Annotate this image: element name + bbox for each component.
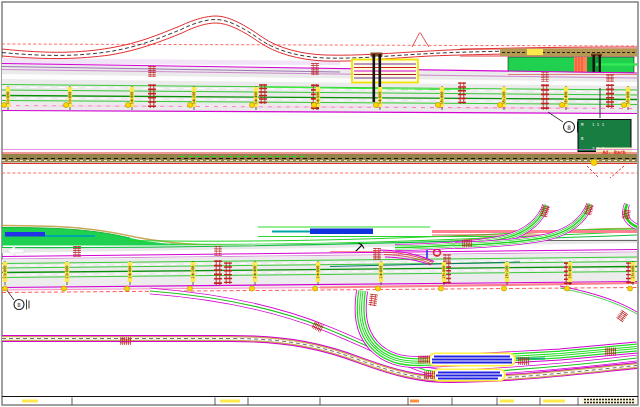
station-label: 34+200 xyxy=(192,92,196,105)
station-dot xyxy=(312,286,317,291)
station-dot xyxy=(125,102,130,107)
station-dot xyxy=(2,286,7,291)
station-dot xyxy=(311,102,316,107)
station-label: 25+600 xyxy=(631,266,635,279)
station-dot xyxy=(249,286,254,291)
station: 23+600 xyxy=(2,261,7,291)
station-label: 35+400 xyxy=(564,92,568,105)
bridge-hatch-lower xyxy=(432,369,506,382)
station-label: 34+800 xyxy=(378,92,382,105)
station-label: 24+000 xyxy=(128,266,132,279)
station-dot xyxy=(564,286,569,291)
station-label: 25+200 xyxy=(505,266,509,279)
callout-number: 8 xyxy=(567,124,571,131)
station-dot xyxy=(591,159,597,165)
station-label: 25+000 xyxy=(442,266,446,279)
cad-viewport[interactable]: 8 M 1 1 1 B 2 2 2 Ad. Barb Reg xyxy=(0,0,640,407)
station-dot xyxy=(249,102,254,107)
station-dot xyxy=(373,102,378,107)
station-dot xyxy=(435,102,440,107)
blue-bar xyxy=(310,229,373,235)
station-dot xyxy=(187,286,192,291)
station-label: 34+600 xyxy=(316,92,320,105)
station-dot xyxy=(621,102,626,107)
station-label: 33+800 xyxy=(68,92,72,105)
station-dot xyxy=(187,102,192,107)
station-label: 23+800 xyxy=(65,266,69,279)
station-label: 35+200 xyxy=(502,92,506,105)
plan-drawing: 8 M 1 1 1 B 2 2 2 Ad. Barb Reg xyxy=(0,0,640,407)
station-dot xyxy=(559,102,564,107)
annotation-line1: Ad. Barb xyxy=(602,150,625,155)
station-label: 33+600 xyxy=(6,92,10,105)
station-label: 34+000 xyxy=(130,92,134,105)
station-dot xyxy=(61,286,66,291)
station-dot xyxy=(63,102,68,107)
sign-row-top: 1 1 1 xyxy=(592,122,605,127)
station-label: 24+800 xyxy=(379,266,383,279)
station-label: 24+200 xyxy=(191,266,195,279)
station-dot xyxy=(627,286,632,291)
pier-mark xyxy=(373,54,376,102)
station-label: 24+400 xyxy=(253,266,257,279)
station-dot xyxy=(124,286,129,291)
guide-sign-table: M 1 1 1 B 2 2 2 xyxy=(578,120,631,152)
station-label: 25+400 xyxy=(568,266,572,279)
station-dot xyxy=(501,286,506,291)
station-dot xyxy=(1,102,6,107)
station-dot xyxy=(438,286,443,291)
station-dot xyxy=(375,286,380,291)
station-label: 34+400 xyxy=(254,92,258,105)
station-dot xyxy=(497,102,502,107)
station-label: 35+000 xyxy=(440,92,444,105)
station-label: 23+600 xyxy=(3,266,7,279)
station-label: 24+600 xyxy=(316,266,320,279)
station-label: 35+600 xyxy=(626,92,630,105)
